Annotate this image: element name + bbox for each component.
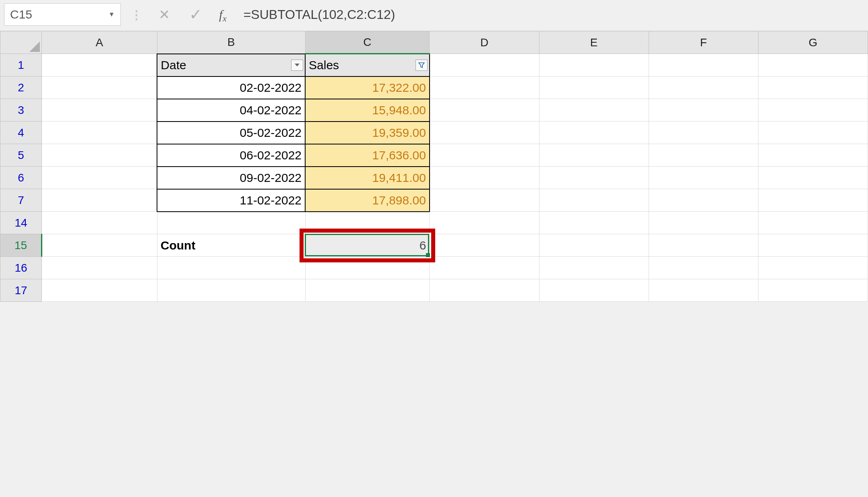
cell-E1[interactable] <box>539 54 649 76</box>
column-header-D[interactable]: D <box>430 31 539 54</box>
cell-B16[interactable] <box>157 257 305 279</box>
column-header-F[interactable]: F <box>649 31 758 54</box>
cell-C5[interactable]: 17,636.00 <box>305 144 430 167</box>
name-box-dropdown-icon[interactable]: ▼ <box>108 11 115 18</box>
column-header-B[interactable]: B <box>157 31 305 54</box>
cell-A7[interactable] <box>41 189 157 212</box>
cell-B7[interactable]: 11-02-2022 <box>157 189 305 212</box>
cell-B3[interactable]: 04-02-2022 <box>157 99 305 122</box>
row-header-3[interactable]: 3 <box>0 99 42 122</box>
column-header-G[interactable]: G <box>758 31 868 54</box>
spreadsheet-grid[interactable]: A B C D E F G 1 Date Sales <box>0 31 868 302</box>
cell-C15-count-value[interactable]: 6 <box>305 234 430 257</box>
row-header-5[interactable]: 5 <box>0 144 42 167</box>
row-header-15[interactable]: 15 <box>0 234 42 257</box>
cell-B17[interactable] <box>157 279 305 302</box>
row-header-1[interactable]: 1 <box>0 54 42 76</box>
formula-input[interactable]: =SUBTOTAL(102,C2:C12) <box>238 7 864 22</box>
cell-A4[interactable] <box>41 122 157 144</box>
cell-A3[interactable] <box>41 99 157 122</box>
cancel-icon[interactable]: ✕ <box>152 3 176 26</box>
cell-C4[interactable]: 19,359.00 <box>305 122 430 144</box>
row-header-2[interactable]: 2 <box>0 76 42 99</box>
cell-G1[interactable] <box>758 54 868 76</box>
cell-C17[interactable] <box>305 279 430 302</box>
cell-A1[interactable] <box>41 54 157 76</box>
cell-C16[interactable] <box>305 257 430 279</box>
cell-A6[interactable] <box>41 167 157 189</box>
cell-C14[interactable] <box>305 212 430 234</box>
cell-C2[interactable]: 17,322.00 <box>305 76 430 99</box>
cell-reference: C15 <box>10 8 32 21</box>
cell-B14[interactable] <box>157 212 305 234</box>
cell-C3[interactable]: 15,948.00 <box>305 99 430 122</box>
row-header-16[interactable]: 16 <box>0 257 42 279</box>
cell-B5[interactable]: 06-02-2022 <box>157 144 305 167</box>
row-header-14[interactable]: 14 <box>0 212 42 234</box>
cell-A17[interactable] <box>41 279 157 302</box>
row-header-4[interactable]: 4 <box>0 122 42 144</box>
row-header-6[interactable]: 6 <box>0 167 42 189</box>
column-header-C[interactable]: C <box>305 31 430 54</box>
cell-B15-count-label[interactable]: Count <box>157 234 305 257</box>
formula-bar: C15 ▼ ⋮ ✕ ✓ fx =SUBTOTAL(102,C2:C12) <box>0 0 868 31</box>
row-header-7[interactable]: 7 <box>0 189 42 212</box>
separator: ⋮ <box>128 8 145 22</box>
cell-A14[interactable] <box>41 212 157 234</box>
cell-C7[interactable]: 17,898.00 <box>305 189 430 212</box>
enter-icon[interactable]: ✓ <box>184 3 208 26</box>
select-all-corner[interactable] <box>0 31 42 54</box>
cell-A15[interactable] <box>41 234 157 257</box>
filter-dropdown-icon[interactable] <box>291 60 303 71</box>
cell-B1-date-header[interactable]: Date <box>157 54 305 76</box>
filter-applied-icon[interactable] <box>415 60 428 71</box>
cell-C6[interactable]: 19,411.00 <box>305 167 430 189</box>
cell-F1[interactable] <box>649 54 758 76</box>
cell-B6[interactable]: 09-02-2022 <box>157 167 305 189</box>
cell-B2[interactable]: 02-02-2022 <box>157 76 305 99</box>
column-header-A[interactable]: A <box>41 31 157 54</box>
cell-A2[interactable] <box>41 76 157 99</box>
cell-D1[interactable] <box>430 54 539 76</box>
cell-A5[interactable] <box>41 144 157 167</box>
cell-B4[interactable]: 05-02-2022 <box>157 122 305 144</box>
fx-icon[interactable]: fx <box>215 7 231 22</box>
column-header-E[interactable]: E <box>539 31 649 54</box>
row-header-17[interactable]: 17 <box>0 279 42 302</box>
cell-C1-sales-header[interactable]: Sales <box>305 54 430 76</box>
name-box[interactable]: C15 ▼ <box>4 3 121 26</box>
cell-A16[interactable] <box>41 257 157 279</box>
